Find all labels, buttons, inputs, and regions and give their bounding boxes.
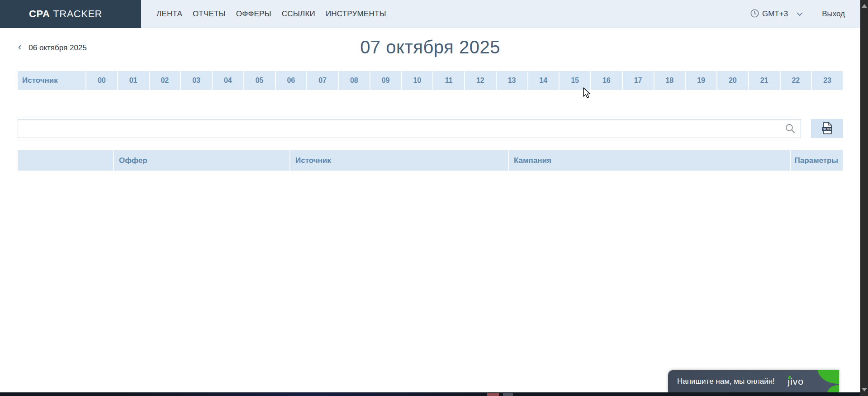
hour-column-04[interactable]: 04	[212, 71, 243, 90]
data-table-header: Оффер Источник Кампания Параметры	[18, 150, 843, 171]
hour-column-14[interactable]: 14	[527, 71, 559, 90]
jivo-logo: jivo	[787, 370, 804, 392]
column-parameters: Параметры	[790, 150, 843, 171]
scroll-down-arrow-icon[interactable]	[862, 388, 867, 391]
column-source2: Источник	[289, 150, 508, 171]
hour-column-00[interactable]: 00	[85, 71, 117, 90]
hour-column-05[interactable]: 05	[243, 71, 275, 90]
column-source: Источник	[18, 71, 85, 90]
nav-item-offers[interactable]: ОФФЕРЫ	[236, 10, 271, 19]
vertical-scrollbar[interactable]	[860, 0, 868, 396]
logout-link[interactable]: Выход	[822, 10, 845, 19]
hour-column-08[interactable]: 08	[338, 71, 370, 90]
jivo-leaf-icon	[817, 370, 839, 384]
chevron-down-icon	[797, 12, 803, 16]
column-campaign: Кампания	[508, 150, 790, 171]
hour-column-01[interactable]: 01	[117, 71, 149, 90]
hour-column-23[interactable]: 23	[811, 71, 843, 90]
hour-column-09[interactable]: 09	[370, 71, 401, 90]
chat-message: Напишите нам, мы онлайн!	[677, 370, 775, 392]
hour-column-06[interactable]: 06	[275, 71, 307, 90]
hour-column-02[interactable]: 02	[149, 71, 180, 90]
timezone-selector[interactable]: GMT+3	[750, 9, 803, 19]
hour-column-21[interactable]: 21	[748, 71, 780, 90]
logo-rest: TRACKER	[53, 8, 102, 20]
search-icon[interactable]	[785, 123, 796, 136]
svg-text:XLSX: XLSX	[823, 128, 831, 131]
app-logo[interactable]: CPA TRACKER	[0, 0, 141, 28]
hour-column-03[interactable]: 03	[180, 71, 212, 90]
nav-item-lenta[interactable]: ЛЕНТА	[157, 10, 182, 19]
logo-bold: CPA	[29, 8, 50, 20]
top-bar: CPA TRACKER ЛЕНТА ОТЧЕТЫ ОФФЕРЫ ССЫЛКИ И…	[0, 0, 860, 28]
hour-column-20[interactable]: 20	[716, 71, 748, 90]
hour-column-18[interactable]: 18	[654, 71, 685, 90]
hour-column-16[interactable]: 16	[590, 71, 622, 90]
hour-column-15[interactable]: 15	[559, 71, 590, 90]
jivo-leaf-small-icon	[827, 385, 839, 392]
xlsx-file-icon: XLSX	[821, 122, 833, 136]
hour-column-22[interactable]: 22	[780, 71, 811, 90]
scroll-up-arrow-icon[interactable]	[862, 4, 867, 8]
bottom-strip-gray-fragment	[503, 393, 513, 396]
bottom-edge-strip	[0, 392, 868, 396]
hour-table-header: Источник 00 01 02 03 04 05 06 07 08 09 1…	[18, 71, 843, 90]
hour-column-11[interactable]: 11	[432, 71, 464, 90]
timezone-label: GMT+3	[762, 10, 788, 19]
clock-icon	[750, 9, 759, 19]
nav-item-tools[interactable]: ИНСТРУМЕНТЫ	[326, 10, 386, 19]
hour-column-17[interactable]: 17	[622, 71, 654, 90]
main-nav: ЛЕНТА ОТЧЕТЫ ОФФЕРЫ ССЫЛКИ ИНСТРУМЕНТЫ	[157, 0, 386, 28]
nav-item-reports[interactable]: ОТЧЕТЫ	[193, 10, 226, 19]
column-select	[18, 150, 113, 171]
bottom-strip-red-fragment	[487, 393, 499, 396]
nav-item-links[interactable]: ССЫЛКИ	[282, 10, 315, 19]
export-xlsx-button[interactable]: XLSX	[811, 119, 843, 138]
search-input[interactable]	[18, 119, 801, 138]
header-right: GMT+3 Выход	[750, 0, 845, 28]
hour-column-10[interactable]: 10	[401, 71, 433, 90]
hour-column-12[interactable]: 12	[464, 71, 496, 90]
hour-column-13[interactable]: 13	[496, 71, 527, 90]
hour-column-19[interactable]: 19	[685, 71, 716, 90]
page-title: 07 октября 2025	[0, 37, 860, 57]
hour-column-07[interactable]: 07	[306, 71, 338, 90]
chat-widget[interactable]: Напишите нам, мы онлайн! jivo	[668, 370, 839, 392]
bottom-strip-glow	[118, 392, 498, 396]
search-bar	[18, 119, 801, 138]
column-offer: Оффер	[113, 150, 289, 171]
